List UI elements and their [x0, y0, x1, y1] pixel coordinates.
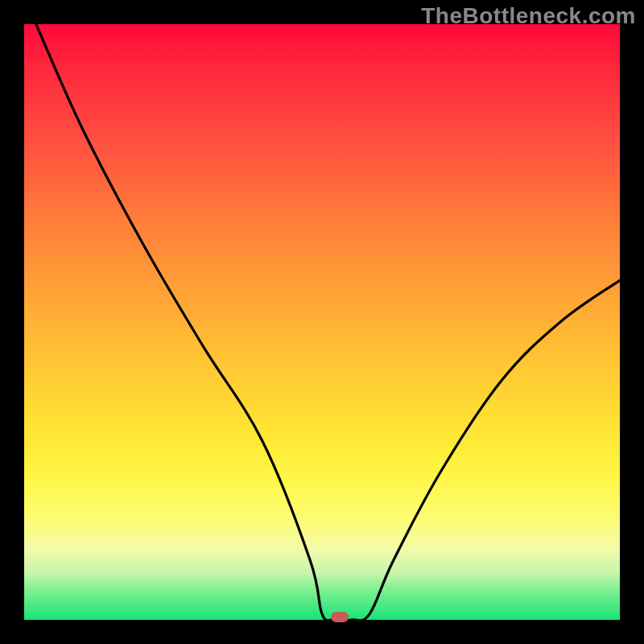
curve-path	[36, 24, 620, 620]
bottleneck-curve	[24, 24, 620, 620]
optimal-point-marker	[331, 612, 349, 622]
watermark-text: TheBottleneck.com	[421, 3, 636, 29]
chart-frame: TheBottleneck.com	[0, 0, 644, 644]
